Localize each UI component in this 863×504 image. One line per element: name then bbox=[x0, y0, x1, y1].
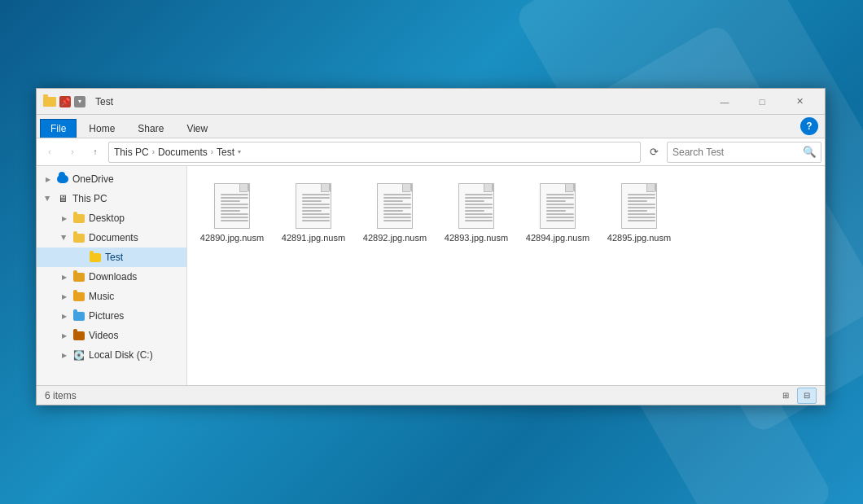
sidebar-item-test[interactable]: Test bbox=[37, 248, 186, 267]
tab-file[interactable]: File bbox=[40, 119, 77, 138]
sidebar-label-pictures: Pictures bbox=[89, 310, 124, 322]
file-item-0[interactable]: 42890.jpg.nusm bbox=[195, 174, 269, 249]
title-bar: 📌 ▾ Test — □ ✕ bbox=[37, 89, 825, 115]
file-icon-5 bbox=[620, 180, 659, 229]
back-button[interactable]: ‹ bbox=[40, 142, 59, 162]
pictures-folder-icon bbox=[72, 309, 85, 322]
pc-icon: 🖥 bbox=[56, 192, 69, 205]
file-icon-1 bbox=[294, 180, 333, 229]
sidebar-item-thispc[interactable]: ▶ 🖥 This PC bbox=[37, 189, 186, 208]
disk-icon: 💽 bbox=[72, 348, 85, 362]
file-icon-4 bbox=[538, 180, 577, 229]
expand-arrow-localdisk: ▶ bbox=[59, 350, 69, 360]
refresh-button[interactable]: ⟳ bbox=[644, 142, 664, 162]
path-segment-test[interactable]: Test bbox=[217, 147, 234, 158]
file-name-3: 42893.jpg.nusm bbox=[445, 232, 508, 243]
dropdown-icon: ▾ bbox=[74, 96, 85, 107]
expand-arrow-downloads: ▶ bbox=[59, 272, 69, 282]
folder-icon bbox=[43, 97, 56, 107]
window-title: Test bbox=[95, 96, 706, 107]
sidebar-item-desktop[interactable]: ▶ Desktop bbox=[37, 208, 186, 228]
ribbon-tabs: File Home Share View ? bbox=[37, 115, 825, 138]
status-item-count: 6 items bbox=[45, 390, 776, 401]
tab-share[interactable]: Share bbox=[127, 119, 174, 138]
address-path[interactable]: This PC › Documents › Test ▾ bbox=[108, 142, 641, 163]
expand-arrow-onedrive: ▶ bbox=[43, 174, 53, 184]
tab-view[interactable]: View bbox=[176, 119, 218, 138]
expand-arrow-desktop: ▶ bbox=[59, 213, 69, 223]
sidebar-label-thispc: This PC bbox=[72, 193, 107, 204]
file-item-2[interactable]: 42892.jpg.nusm bbox=[358, 174, 432, 249]
up-button[interactable]: ↑ bbox=[85, 142, 105, 162]
file-item-4[interactable]: 42894.jpg.nusm bbox=[521, 174, 594, 249]
videos-folder-icon bbox=[72, 329, 85, 342]
address-dropdown-arrow[interactable]: ▾ bbox=[238, 148, 251, 156]
search-box: 🔍 bbox=[667, 142, 821, 163]
window-controls: — □ ✕ bbox=[706, 89, 818, 115]
minimize-button[interactable]: — bbox=[706, 89, 743, 115]
search-submit-button[interactable]: 🔍 bbox=[801, 144, 817, 160]
path-separator-1: › bbox=[152, 147, 155, 156]
forward-button[interactable]: › bbox=[63, 142, 82, 162]
file-icon-0 bbox=[212, 180, 252, 229]
path-separator-2: › bbox=[211, 147, 213, 156]
help-button[interactable]: ? bbox=[800, 117, 818, 135]
tab-home[interactable]: Home bbox=[78, 119, 125, 138]
tiles-view-button[interactable]: ⊟ bbox=[797, 388, 817, 404]
file-item-3[interactable]: 42893.jpg.nusm bbox=[440, 174, 513, 249]
file-name-5: 42895.jpg.nusm bbox=[607, 232, 671, 243]
search-input[interactable] bbox=[672, 147, 801, 158]
file-name-0: 42890.jpg.nusm bbox=[200, 232, 264, 243]
ribbon: File Home Share View ? bbox=[37, 115, 825, 138]
sidebar-label-downloads: Downloads bbox=[89, 271, 137, 283]
expand-arrow-thispc: ▶ bbox=[43, 194, 53, 204]
expand-arrow-test bbox=[76, 252, 85, 262]
sidebar-item-videos[interactable]: ▶ Videos bbox=[37, 326, 186, 345]
sidebar-item-documents[interactable]: ▶ Documents bbox=[37, 228, 186, 248]
view-buttons: ⊞ ⊟ bbox=[776, 388, 817, 404]
address-bar: ‹ › ↑ This PC › Documents › Test ▾ ⟳ 🔍 bbox=[37, 138, 825, 166]
sidebar-label-onedrive: OneDrive bbox=[72, 173, 114, 185]
file-name-1: 42891.jpg.nusm bbox=[282, 232, 345, 243]
sidebar-item-onedrive[interactable]: ▶ OneDrive bbox=[37, 169, 186, 189]
file-icon-2 bbox=[375, 180, 414, 229]
maximize-button[interactable]: □ bbox=[743, 89, 781, 115]
sidebar-item-music[interactable]: ▶ Music bbox=[37, 287, 186, 306]
test-folder-icon bbox=[89, 251, 102, 264]
file-item-5[interactable]: 42895.jpg.nusm bbox=[602, 174, 676, 249]
content-area: ▶ OneDrive ▶ 🖥 This PC ▶ Desktop bbox=[37, 166, 825, 385]
file-item-1[interactable]: 42891.jpg.nusm bbox=[277, 174, 350, 249]
file-name-4: 42894.jpg.nusm bbox=[526, 232, 589, 243]
file-icon-3 bbox=[457, 180, 496, 229]
expand-arrow-videos: ▶ bbox=[59, 331, 69, 340]
sidebar-label-test: Test bbox=[105, 252, 123, 263]
sidebar-label-music: Music bbox=[89, 291, 114, 302]
downloads-folder-icon bbox=[72, 270, 85, 283]
sidebar-item-downloads[interactable]: ▶ Downloads bbox=[37, 267, 186, 287]
file-grid: 42890.jpg.nusm42891.jpg.nusm42892.jpg.nu… bbox=[195, 174, 817, 249]
details-view-button[interactable]: ⊞ bbox=[776, 388, 795, 404]
pin-icon: 📌 bbox=[59, 96, 71, 107]
expand-arrow-documents: ▶ bbox=[59, 233, 69, 243]
sidebar-label-videos: Videos bbox=[89, 330, 118, 341]
file-area: 42890.jpg.nusm42891.jpg.nusm42892.jpg.nu… bbox=[187, 166, 825, 385]
title-bar-icons: 📌 ▾ bbox=[43, 96, 85, 107]
file-name-2: 42892.jpg.nusm bbox=[363, 232, 427, 243]
sidebar-label-documents: Documents bbox=[89, 232, 138, 243]
path-segment-thispc[interactable]: This PC bbox=[114, 147, 149, 158]
music-folder-icon bbox=[72, 290, 85, 303]
sidebar-label-localdisk: Local Disk (C:) bbox=[89, 349, 153, 361]
sidebar-label-desktop: Desktop bbox=[89, 213, 125, 224]
expand-arrow-music: ▶ bbox=[59, 291, 69, 301]
onedrive-icon bbox=[56, 173, 69, 186]
sidebar-item-pictures[interactable]: ▶ Pictures bbox=[37, 306, 186, 326]
documents-folder-icon bbox=[72, 231, 85, 244]
close-button[interactable]: ✕ bbox=[781, 89, 818, 115]
expand-arrow-pictures: ▶ bbox=[59, 311, 69, 321]
sidebar-item-localdisk[interactable]: ▶ 💽 Local Disk (C:) bbox=[37, 345, 186, 365]
path-segment-documents[interactable]: Documents bbox=[158, 147, 208, 158]
file-explorer-window: 📌 ▾ Test — □ ✕ File Home Share View ? ‹ … bbox=[36, 88, 826, 405]
status-bar: 6 items ⊞ ⊟ bbox=[37, 385, 825, 405]
sidebar: ▶ OneDrive ▶ 🖥 This PC ▶ Desktop bbox=[37, 166, 187, 385]
desktop-folder-icon bbox=[72, 212, 85, 225]
